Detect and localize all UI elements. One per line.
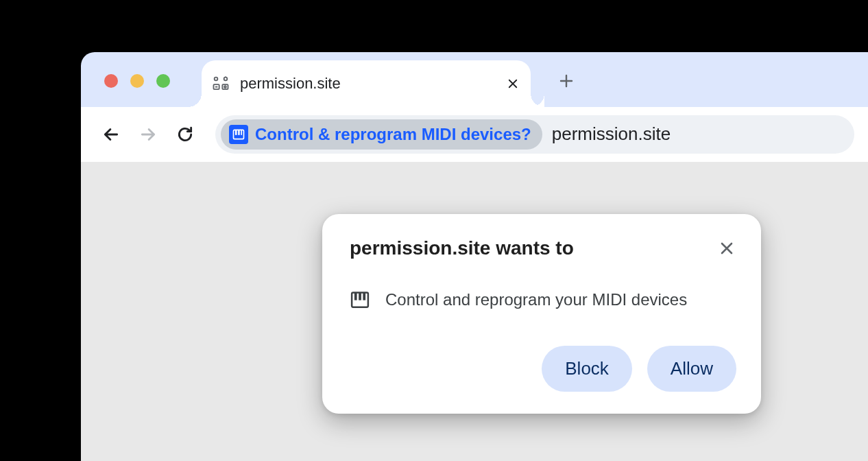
forward-button[interactable] — [132, 118, 165, 151]
svg-rect-6 — [235, 130, 237, 135]
permission-prompt: permission.site wants to Control and rep… — [322, 214, 761, 414]
permission-chip[interactable]: Control & reprogram MIDI devices? — [221, 119, 542, 150]
tab-title: permission.site — [240, 75, 506, 93]
allow-button[interactable]: Allow — [647, 346, 736, 392]
svg-point-1 — [224, 78, 228, 81]
permission-prompt-body: Control and reprogram your MIDI devices — [385, 290, 687, 309]
window-minimize-button[interactable] — [130, 74, 144, 88]
window-controls — [104, 74, 170, 88]
permissions-favicon-icon — [211, 74, 230, 93]
block-button[interactable]: Block — [542, 346, 632, 392]
address-bar[interactable]: Control & reprogram MIDI devices? permis… — [215, 115, 854, 154]
svg-rect-11 — [359, 292, 361, 300]
svg-rect-10 — [354, 292, 357, 300]
permission-chip-text: Control & reprogram MIDI devices? — [255, 125, 531, 144]
permission-prompt-title: permission.site wants to — [350, 237, 574, 259]
piano-icon — [350, 289, 370, 310]
svg-rect-8 — [241, 130, 242, 135]
new-tab-button[interactable] — [554, 69, 579, 93]
svg-point-4 — [224, 86, 226, 88]
browser-tab[interactable]: permission.site — [202, 60, 531, 107]
tab-close-button[interactable] — [506, 77, 520, 91]
browser-window: permission.site — [81, 52, 868, 461]
window-maximize-button[interactable] — [156, 74, 170, 88]
svg-rect-3 — [222, 84, 228, 89]
tab-strip: permission.site — [81, 52, 868, 107]
toolbar: Control & reprogram MIDI devices? permis… — [81, 107, 868, 162]
permission-prompt-close-button[interactable] — [717, 239, 736, 258]
svg-rect-7 — [238, 130, 240, 135]
window-close-button[interactable] — [104, 74, 118, 88]
piano-icon — [229, 125, 248, 144]
back-button[interactable] — [95, 118, 128, 151]
svg-point-0 — [215, 78, 218, 81]
url-text: permission.site — [552, 123, 671, 145]
reload-button[interactable] — [169, 118, 202, 151]
svg-rect-12 — [363, 292, 365, 300]
